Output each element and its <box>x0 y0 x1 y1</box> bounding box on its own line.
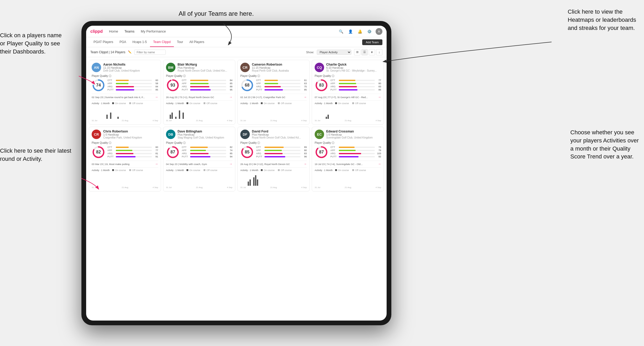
player-card[interactable]: CQ Charlie Quick 6-10 Handicap St. Georg… <box>312 60 384 125</box>
recent-round-arrow[interactable]: → <box>378 162 381 166</box>
activity-section: Activity · 1 Month On course Off course … <box>315 100 381 122</box>
tab-tour[interactable]: Tour <box>174 37 186 47</box>
player-card[interactable]: CR Chris Robertson 1-5 Handicap Craigmil… <box>89 127 161 191</box>
player-info: Dave Billingham Plus Handicap Stag Magin… <box>178 130 224 139</box>
activity-tab-off[interactable]: Off course <box>128 102 144 105</box>
player-header: BM Blair McHarg Plus Handicap Royal Nort… <box>166 63 232 72</box>
player-name[interactable]: Edward Crossman <box>326 130 373 133</box>
filter-button[interactable]: ▼ <box>369 49 375 55</box>
activity-tab-on[interactable]: On course <box>260 169 276 172</box>
player-name[interactable]: Chris Robertson <box>103 130 142 133</box>
player-club: Drift Golf Club, United Kingdom <box>103 69 140 72</box>
recent-round-arrow[interactable]: → <box>155 95 158 99</box>
top-navigation: clippd Home Teams My Performance 🔍 👤 🔔 ⚙… <box>86 26 387 37</box>
stat-ott: OTT 89 <box>256 146 307 148</box>
sort-button[interactable]: ↕ <box>376 49 382 55</box>
player-card[interactable]: AN Aaron Nicholls 11-15 Handicap Drift G… <box>89 60 161 125</box>
player-avatar: BM <box>166 63 175 72</box>
tab-pga[interactable]: PGA <box>116 37 129 47</box>
activity-tab-on[interactable]: On course <box>334 102 350 105</box>
player-handicap: Plus Handicap <box>252 133 301 136</box>
activity-tab-off[interactable]: Off course <box>203 102 218 105</box>
activity-tab-on[interactable]: On course <box>260 102 276 105</box>
activity-tab-off[interactable]: Off course <box>351 169 367 172</box>
activity-tab-on[interactable]: On course <box>334 169 350 172</box>
player-card[interactable]: DB Dave Billingham Plus Handicap Stag Ma… <box>163 127 235 191</box>
view-icons: ⊞ ☰ ▼ ↕ <box>354 49 382 55</box>
nav-teams[interactable]: Teams <box>123 29 136 33</box>
activity-tab-off[interactable]: Off course <box>203 169 218 172</box>
circle-score[interactable]: 93 <box>166 78 180 92</box>
edit-icon[interactable]: ✏️ <box>128 50 132 54</box>
person-icon[interactable]: 👤 <box>347 28 354 35</box>
recent-round[interactable]: 03 Mar 23 | 19, Must make putting → <box>92 161 158 166</box>
nav-home[interactable]: Home <box>108 29 119 33</box>
activity-tab-on[interactable]: On course <box>111 102 127 105</box>
recent-round-arrow[interactable]: → <box>155 162 158 166</box>
quality-score: 74 <box>96 83 101 88</box>
player-card[interactable]: EC Edward Crossman 1-5 Handicap Sunningd… <box>312 127 384 191</box>
recent-round-arrow[interactable]: → <box>229 95 232 99</box>
ott-value: 73 <box>376 146 381 148</box>
activity-tab-off[interactable]: Off course <box>277 102 293 105</box>
tab-hcaps[interactable]: Hcaps 1-5 <box>129 37 150 47</box>
circle-score[interactable]: 83 <box>315 78 328 92</box>
quality-label: Player Quality ⓘ <box>166 74 232 78</box>
recent-round-arrow[interactable]: → <box>229 162 232 166</box>
tab-pgat-players[interactable]: PGAT Players <box>90 37 116 47</box>
chart-x-labels: 31 Jul 21 Aug 4 Sep <box>92 119 158 122</box>
recent-round[interactable]: 02 Jul 23 | 59 (+17), Craigmillar Park G… <box>240 94 307 99</box>
player-name[interactable]: Cameron Robertson <box>252 63 289 66</box>
grid-view-button[interactable]: ⊞ <box>354 49 360 55</box>
recent-round[interactable]: 07 Aug 23 | 77 (+7), St George's Hill GC… <box>315 94 381 99</box>
circle-score[interactable]: 82 <box>92 145 105 159</box>
circle-score[interactable]: 74 <box>92 78 105 92</box>
activity-tab-on[interactable]: On course <box>111 169 127 172</box>
player-name[interactable]: Blair McHarg <box>178 63 227 66</box>
player-name[interactable]: David Ford <box>252 130 301 133</box>
player-handicap: Plus Handicap <box>178 133 224 136</box>
stat-ott: OTT 60 <box>107 146 158 148</box>
activity-tab-on[interactable]: On course <box>186 169 201 172</box>
stat-ott: OTT 61 <box>256 79 307 82</box>
player-name[interactable]: Aaron Nicholls <box>103 63 140 66</box>
player-card[interactable]: BM Blair McHarg Plus Handicap Royal Nort… <box>163 60 235 125</box>
activity-tab-off[interactable]: Off course <box>351 102 367 105</box>
recent-round-arrow[interactable]: → <box>304 95 307 99</box>
circle-score[interactable]: 87 <box>166 145 180 159</box>
player-card[interactable]: CR Cameron Robertson 11-15 Handicap Roya… <box>237 60 310 125</box>
recent-round[interactable]: 26 Aug 23 | 84 (+12), Royal North Devon … <box>240 161 307 166</box>
recent-round[interactable]: 26 Aug 23 | 73 (+1), Royal North Devon G… <box>166 94 232 99</box>
tab-team-clippd[interactable]: Team Clippd <box>150 37 174 47</box>
recent-round[interactable]: 02 Sep 23 | Sunrise round to get back in… <box>92 94 158 99</box>
quality-section: 83 OTT 77 APP 80 <box>315 78 381 92</box>
add-team-button[interactable]: Add Team <box>362 39 382 45</box>
circle-score[interactable]: 85 <box>240 145 254 159</box>
recent-round[interactable]: 19 Jul 23 | 74 (+4), Sunningdale GC - Ol… <box>315 161 381 166</box>
avatar[interactable]: A <box>376 28 382 35</box>
nav-my-performance[interactable]: My Performance <box>140 29 167 33</box>
circle-score[interactable]: 68 <box>240 78 254 92</box>
activity-section: Activity · 1 Month On course Off course … <box>166 167 232 189</box>
sub-tabs-right: Add Team <box>362 39 382 45</box>
app-value: 80 <box>302 149 307 152</box>
player-name[interactable]: Dave Billingham <box>178 130 224 133</box>
show-select[interactable]: Player Activity Quality Score Trend <box>317 50 351 55</box>
tab-all-players[interactable]: All Players <box>186 37 207 47</box>
settings-icon[interactable]: ⚙️ <box>366 28 372 35</box>
activity-tab-off[interactable]: Off course <box>277 169 293 172</box>
recent-round-arrow[interactable]: → <box>304 162 307 166</box>
list-view-button[interactable]: ☰ <box>361 49 368 55</box>
player-card[interactable]: DF David Ford Plus Handicap Royal North … <box>237 127 310 191</box>
search-icon[interactable]: 🔍 <box>338 28 344 35</box>
activity-tab-off[interactable]: Off course <box>128 169 144 172</box>
recent-round-arrow[interactable]: → <box>378 95 381 99</box>
bell-icon[interactable]: 🔔 <box>357 28 363 35</box>
activity-tab-on[interactable]: On course <box>186 102 201 105</box>
search-input[interactable] <box>134 50 166 55</box>
circle-score[interactable]: 87 <box>315 145 328 159</box>
recent-round[interactable]: 04 Sep 23 | Mobility with coach, Gym → <box>166 161 232 166</box>
player-name[interactable]: Charlie Quick <box>326 63 377 66</box>
stat-arg: ARG 75 <box>256 85 307 88</box>
logo[interactable]: clippd <box>90 29 103 34</box>
